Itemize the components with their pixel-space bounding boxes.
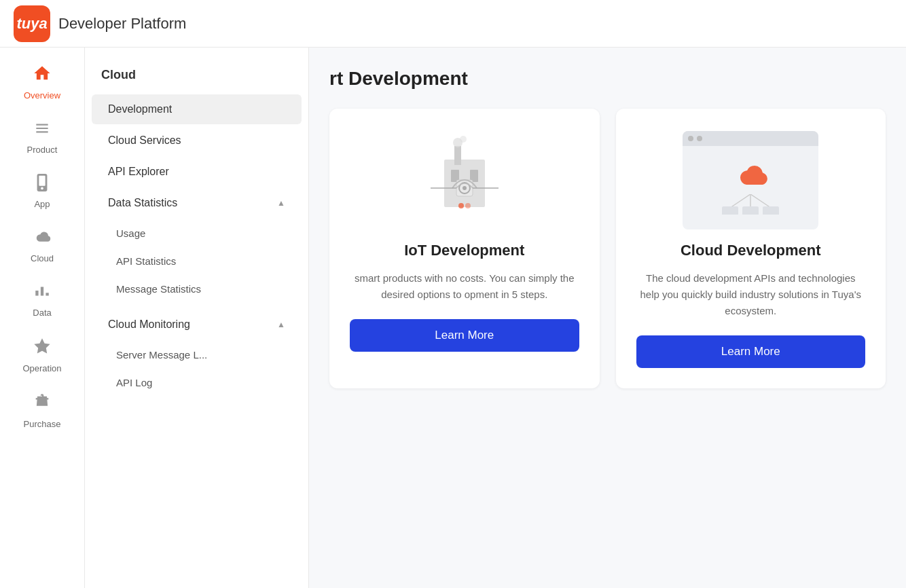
svg-rect-21 [763, 206, 779, 215]
sidebar-label-product: Product [27, 145, 58, 155]
main-title-text: rt Development [329, 68, 468, 89]
sidebar-item-app[interactable]: App [0, 164, 84, 219]
cloud-content [710, 153, 791, 221]
cloud-monitoring-arrow: ▲ [277, 320, 285, 329]
svg-rect-6 [454, 146, 461, 165]
cloud-monitoring-label: Cloud Monitoring [108, 318, 190, 331]
sidebar-label-operation: Operation [22, 363, 61, 373]
iot-card-title: IoT Development [404, 242, 524, 259]
sidebar-item-product[interactable]: Product [0, 110, 84, 164]
dropdown-panel: Cloud Development Cloud Services API Exp… [85, 48, 309, 588]
iot-illustration [397, 129, 532, 231]
main-content: rt Development [309, 48, 906, 588]
cloud-card-title: Cloud Development [681, 242, 821, 259]
window-bar [683, 131, 818, 146]
operation-icon [33, 337, 52, 361]
dropdown-sub-item-message-statistics[interactable]: Message Statistics [92, 275, 302, 303]
dropdown-item-cloud-monitoring[interactable]: Cloud Monitoring ▲ [92, 310, 302, 339]
data-icon [33, 282, 52, 305]
sidebar-item-operation[interactable]: Operation [0, 327, 84, 383]
iot-learn-more-button[interactable]: Learn More [350, 319, 579, 352]
svg-point-11 [463, 186, 467, 190]
data-statistics-label: Data Statistics [108, 197, 177, 209]
purchase-icon [33, 392, 52, 416]
sidebar-label-cloud: Cloud [31, 253, 54, 263]
app-icon [34, 174, 50, 196]
cloud-development-card: Cloud Development The cloud development … [616, 109, 886, 388]
home-icon [33, 64, 52, 88]
win-dot-2 [697, 136, 702, 141]
main-title: rt Development [329, 68, 886, 90]
sidebar-item-purchase[interactable]: Purchase [0, 383, 84, 439]
iot-card-desc: smart products with no costs. You can si… [350, 270, 579, 303]
logo-wrap: tuya Developer Platform [14, 5, 186, 42]
dropdown-sub-item-api-log[interactable]: API Log [92, 369, 302, 397]
svg-line-16 [730, 194, 750, 208]
cloud-illustration [683, 129, 818, 231]
win-dot-1 [688, 136, 693, 141]
svg-rect-19 [722, 206, 738, 215]
svg-rect-20 [742, 206, 759, 215]
cloud-card-desc: The cloud development APIs and technolog… [636, 270, 866, 319]
product-icon [33, 120, 51, 142]
dropdown-item-development[interactable]: Development [92, 94, 302, 124]
cloud-nav-icon [32, 228, 52, 251]
sidebar-label-app: App [34, 199, 50, 209]
sidebar-item-cloud[interactable]: Cloud [0, 219, 84, 273]
sidebar-item-overview[interactable]: Overview [0, 54, 84, 110]
dropdown-section-title: Cloud [85, 61, 308, 93]
data-statistics-arrow: ▲ [277, 198, 285, 208]
cloud-learn-more-button[interactable]: Learn More [636, 335, 866, 368]
header: tuya Developer Platform [0, 0, 906, 48]
svg-point-15 [465, 203, 471, 208]
cards-row: IoT Development smart products with no c… [329, 109, 886, 388]
svg-point-2 [41, 187, 43, 190]
sidebar-label-purchase: Purchase [24, 419, 61, 429]
svg-point-14 [458, 203, 464, 208]
dropdown-item-cloud-services[interactable]: Cloud Services [92, 126, 302, 155]
svg-line-18 [750, 194, 771, 208]
sidebar: Overview Product App Cloud Data [0, 48, 85, 588]
logo-box: tuya [14, 5, 50, 42]
sidebar-label-data: Data [33, 308, 51, 318]
sidebar-label-overview: Overview [24, 90, 60, 100]
dropdown-sub-item-api-statistics[interactable]: API Statistics [92, 247, 302, 275]
sidebar-item-data[interactable]: Data [0, 273, 84, 327]
svg-point-8 [460, 136, 467, 143]
dropdown-item-data-statistics[interactable]: Data Statistics ▲ [92, 188, 302, 218]
logo-text: tuya [16, 15, 47, 33]
dropdown-item-api-explorer[interactable]: API Explorer [92, 157, 302, 187]
iot-development-card: IoT Development smart products with no c… [329, 109, 600, 388]
svg-rect-1 [39, 176, 45, 186]
platform-title: Developer Platform [58, 15, 186, 33]
dropdown-sub-item-server-message[interactable]: Server Message L... [92, 341, 302, 369]
body-wrap: Overview Product App Cloud Data [0, 48, 906, 588]
dropdown-sub-item-usage[interactable]: Usage [92, 219, 302, 247]
